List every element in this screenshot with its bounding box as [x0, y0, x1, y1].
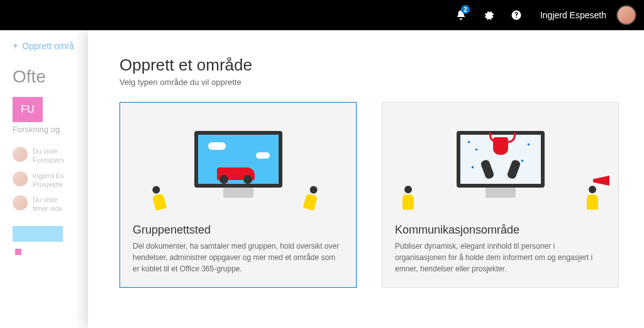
card-description: Del dokumenter, ha samtaler med gruppen,…	[133, 240, 343, 274]
card-title: Kommunikasjonsområde	[395, 223, 606, 237]
help-button[interactable]	[505, 4, 528, 26]
activity-item[interactable]: Ingjerd Es Prosjektle	[13, 171, 88, 189]
top-bar: 2 Ingjerd Espeseth	[0, 0, 644, 30]
question-icon	[511, 9, 522, 21]
site-tile[interactable]: FU	[13, 97, 43, 122]
team-site-illustration	[120, 103, 356, 216]
create-site-label: Opprett områ	[22, 41, 74, 51]
avatar[interactable]	[616, 5, 636, 25]
monitor-icon	[457, 131, 545, 188]
activity-text: Ingjerd Es Prosjektle	[33, 171, 64, 189]
avatar-icon	[13, 171, 28, 186]
gear-icon	[483, 9, 494, 21]
activity-text: Du viste Forespørs	[33, 147, 64, 165]
create-site-link[interactable]: + Opprett områ	[13, 40, 88, 52]
settings-button[interactable]	[477, 4, 500, 26]
avatar-icon	[13, 147, 28, 162]
communication-site-card[interactable]: Kommunikasjonsområde Publiser dynamisk, …	[382, 102, 619, 288]
communication-site-illustration	[382, 103, 618, 216]
notifications-button[interactable]: 2	[450, 4, 472, 26]
team-site-card[interactable]: Gruppenettsted Del dokumenter, ha samtal…	[119, 102, 357, 288]
sidebar: + Opprett områ Ofte FU Forskning og Du v…	[0, 30, 88, 328]
activity-item[interactable]: Du viste timer side	[13, 195, 88, 213]
user-name-label: Ingjerd Espeseth	[540, 10, 606, 20]
avatar-icon	[13, 195, 28, 210]
notification-badge: 2	[461, 5, 470, 14]
create-site-panel: Opprett et område Velg typen område du v…	[88, 30, 644, 328]
card-container: Gruppenettsted Del dokumenter, ha samtal…	[119, 102, 619, 288]
panel-subtitle: Velg typen område du vil opprette	[119, 77, 619, 87]
card-title: Gruppenettsted	[133, 223, 343, 237]
site-name-label: Forskning og	[13, 125, 88, 134]
monitor-icon	[194, 131, 282, 188]
thumbnail[interactable]	[13, 226, 63, 257]
plus-icon: +	[13, 40, 18, 52]
activity-item[interactable]: Du viste Forespørs	[13, 147, 88, 165]
activity-text: Du viste timer side	[33, 195, 63, 213]
megaphone-icon	[593, 176, 609, 186]
card-description: Publiser dynamisk, elegant innhold til p…	[395, 240, 606, 274]
panel-title: Opprett et område	[119, 55, 619, 75]
main-area: + Opprett områ Ofte FU Forskning og Du v…	[0, 30, 644, 328]
frequent-heading: Ofte	[13, 67, 88, 87]
